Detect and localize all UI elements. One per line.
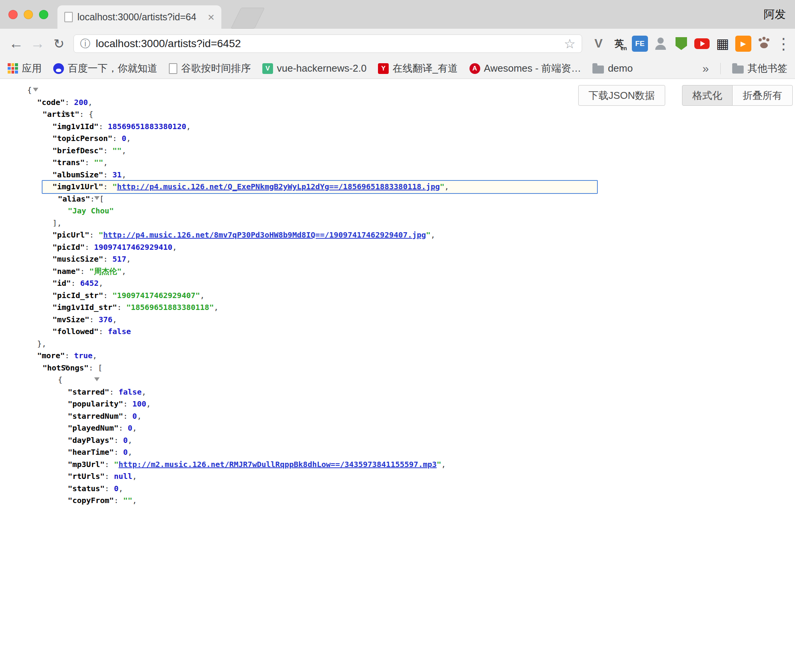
forward-button: → [27, 35, 48, 52]
json-punct: : [114, 496, 123, 505]
profile-name[interactable]: 阿发 [764, 0, 786, 29]
bookmark-awesomes[interactable]: A Awesomes - 前端资… [469, 62, 581, 75]
bookmark-label: 百度一下，你就知道 [68, 62, 157, 75]
json-link[interactable]: http://p4.music.126.net/Q_ExePNkmgB2yWyL… [117, 182, 440, 191]
json-line: "artist": { [0, 108, 795, 121]
json-key: "img1v1Id" [52, 122, 98, 131]
reload-button[interactable]: ↻ [48, 36, 70, 51]
json-punct: : [103, 170, 112, 179]
baidu-icon [53, 63, 64, 74]
json-punct: , [146, 399, 151, 408]
json-line: "name": "周杰伦", [0, 266, 795, 278]
address-bar[interactable]: ⓘ localhost:3000/artists?id=6452 ☆ [74, 34, 582, 53]
fullscreen-window-button[interactable] [39, 10, 48, 19]
json-punct: , [128, 436, 132, 445]
json-punct: , [430, 230, 435, 239]
new-tab-button[interactable] [231, 8, 265, 29]
json-key: "picId" [52, 243, 85, 252]
json-key: "mvSize" [52, 315, 89, 324]
browser-menu-icon[interactable]: ⋮ [776, 35, 790, 52]
bookmarks-overflow-icon[interactable]: » [702, 62, 709, 75]
json-punct: : [65, 98, 74, 107]
json-punct: , [121, 267, 126, 276]
json-line: "status": 0, [0, 483, 795, 495]
json-number: 517 [113, 254, 126, 264]
youdao-icon: Y [378, 63, 389, 74]
bookmark-label: vue-hackernews-2.0 [277, 62, 366, 74]
bookmark-google-sort[interactable]: 谷歌按时间排序 [169, 62, 251, 75]
awesomes-icon: A [469, 63, 480, 74]
bookmark-label: 谷歌按时间排序 [181, 62, 251, 75]
tab-close-icon[interactable]: × [208, 11, 214, 23]
apps-shortcut[interactable]: 应用 [8, 62, 42, 75]
json-number: 0 [123, 436, 128, 445]
url-text[interactable]: localhost:3000/artists?id=6452 [96, 38, 241, 50]
site-info-icon[interactable]: ⓘ [80, 37, 90, 51]
json-punct: { [58, 375, 62, 384]
tab-title: localhost:3000/artists?id=645 [77, 11, 196, 23]
json-line: "picId_str": "19097417462929407", [0, 290, 795, 302]
json-literal: false [108, 327, 131, 336]
json-key: "status" [68, 484, 105, 493]
json-line: "picUrl": "http://p4.music.126.net/8mv7q… [0, 229, 795, 241]
json-punct: , [118, 484, 123, 493]
json-punct: : [123, 399, 132, 408]
fehelper-extension-icon[interactable]: FE [632, 36, 648, 52]
json-punct: , [132, 423, 137, 433]
player-extension-icon[interactable]: ▶ [735, 36, 751, 52]
json-line: "more": true, [0, 350, 795, 362]
json-line: "id": 6452, [0, 277, 795, 290]
json-punct: }, [37, 339, 46, 348]
bookmark-star-icon[interactable]: ☆ [564, 36, 576, 51]
json-number: 0 [132, 411, 137, 421]
close-window-button[interactable] [8, 10, 18, 19]
json-punct: : [123, 411, 132, 421]
browser-tab[interactable]: localhost:3000/artists?id=645 × [57, 5, 221, 29]
json-punct: : [65, 351, 74, 360]
json-punct: : [105, 472, 114, 481]
bookmark-youdao-translate[interactable]: Y 在线翻译_有道 [378, 62, 458, 75]
json-line: "popularity": 100, [0, 398, 795, 410]
json-number: 0 [114, 484, 118, 493]
json-number: 18569651883380120 [108, 122, 186, 131]
format-button[interactable]: 格式化 [682, 85, 733, 106]
youtube-extension-icon[interactable] [694, 36, 710, 52]
paw-extension-icon[interactable] [756, 36, 772, 52]
minimize-window-button[interactable] [24, 10, 33, 19]
json-string: "" [113, 146, 122, 155]
json-link[interactable]: http://p4.music.126.net/8mv7qP30Pd3oHW8b… [103, 230, 426, 239]
qrcode-extension-icon[interactable]: ▦ [715, 36, 731, 52]
json-key: "starred" [68, 387, 109, 397]
shield-icon [676, 37, 687, 50]
json-punct: : [71, 279, 80, 288]
collapse-all-button[interactable]: 折叠所有 [732, 85, 793, 106]
json-string: "" [94, 158, 103, 167]
json-punct: : [ [90, 194, 104, 203]
adblock-shield-extension-icon[interactable] [673, 36, 689, 52]
json-punct: : [103, 182, 112, 191]
other-bookmarks-folder[interactable]: 其他书签 [732, 62, 787, 75]
json-number: 19097417462929410 [94, 243, 172, 252]
json-punct: : [103, 146, 112, 155]
json-link[interactable]: http://m2.music.126.net/RMJR7wDullRqppBk… [118, 460, 437, 469]
json-punct: : [105, 484, 114, 493]
json-key: "rtUrls" [68, 472, 105, 481]
vimium-extension-icon[interactable]: V [591, 36, 607, 52]
translate-extension-icon[interactable]: 英 en [611, 36, 627, 52]
json-punct: : [103, 254, 112, 264]
bookmark-folder-demo[interactable]: demo [592, 62, 633, 74]
person-extension-icon[interactable] [653, 36, 669, 52]
bookmark-vue-hackernews[interactable]: V vue-hackernews-2.0 [262, 62, 366, 74]
json-line: "hearTime": 0, [0, 446, 795, 459]
navigation-bar: ← → ↻ ⓘ localhost:3000/artists?id=6452 ☆… [0, 29, 795, 58]
json-punct: , [122, 146, 126, 155]
json-view: {"code": 200,"artist": {"img1v1Id": 1856… [0, 84, 795, 507]
download-json-button[interactable]: 下载JSON数据 [578, 85, 665, 106]
folder-icon [592, 66, 604, 74]
back-button[interactable]: ← [5, 35, 27, 52]
json-line: "musicSize": 517, [0, 253, 795, 266]
bookmark-baidu[interactable]: 百度一下，你就知道 [53, 62, 157, 75]
json-line: "Jay Chou" [0, 205, 795, 217]
json-line: "starredNum": 0, [0, 410, 795, 423]
json-key: "name" [52, 267, 80, 276]
